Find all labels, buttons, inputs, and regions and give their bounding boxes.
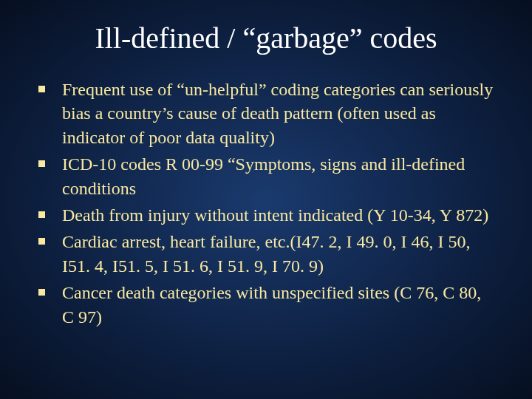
bullet-text: Death from injury without intent indicat… xyxy=(62,205,488,225)
bullet-text: ICD-10 codes R 00-99 “Symptoms, signs an… xyxy=(62,154,465,197)
square-bullet-icon xyxy=(38,289,45,296)
bullet-text: Frequent use of “un-helpful” coding cate… xyxy=(62,80,493,147)
square-bullet-icon xyxy=(38,160,45,167)
square-bullet-icon xyxy=(38,86,45,92)
slide: Ill-defined / “garbage” codes Frequent u… xyxy=(0,0,532,399)
list-item: Cardiac arrest, heart failure, etc.(I47.… xyxy=(37,230,495,278)
square-bullet-icon xyxy=(38,211,45,218)
list-item: Cancer death categories with unspecified… xyxy=(37,281,495,329)
slide-title: Ill-defined / “garbage” codes xyxy=(37,21,495,55)
bullet-text: Cardiac arrest, heart failure, etc.(I47.… xyxy=(62,232,470,275)
list-item: Frequent use of “un-helpful” coding cate… xyxy=(37,78,495,149)
list-item: Death from injury without intent indicat… xyxy=(37,203,495,227)
list-item: ICD-10 codes R 00-99 “Symptoms, signs an… xyxy=(37,152,495,200)
bullet-list: Frequent use of “un-helpful” coding cate… xyxy=(37,78,495,329)
square-bullet-icon xyxy=(38,238,45,245)
bullet-text: Cancer death categories with unspecified… xyxy=(62,283,481,326)
